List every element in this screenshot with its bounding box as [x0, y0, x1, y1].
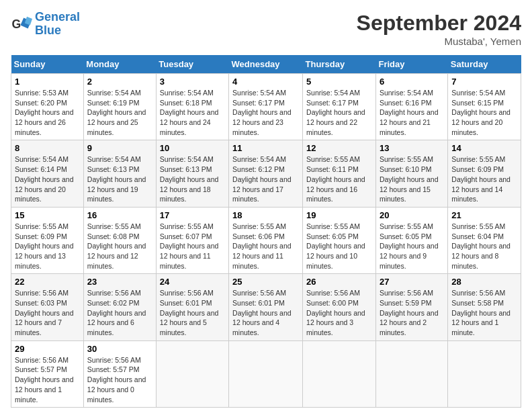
calendar-cell: [229, 340, 303, 407]
month-title: September 2024: [357, 11, 521, 36]
day-number: 20: [380, 210, 444, 220]
day-info: Sunrise: 5:56 AM Sunset: 5:57 PM Dayligh…: [15, 355, 80, 404]
day-info: Sunrise: 5:56 AM Sunset: 6:00 PM Dayligh…: [306, 288, 372, 337]
calendar-week-4: 22 Sunrise: 5:56 AM Sunset: 6:03 PM Dayl…: [11, 274, 521, 340]
calendar-cell: 7 Sunrise: 5:54 AM Sunset: 6:15 PM Dayli…: [448, 74, 521, 140]
logo: G General Blue: [11, 11, 80, 38]
calendar-cell: 24 Sunrise: 5:56 AM Sunset: 6:01 PM Dayl…: [156, 274, 228, 340]
header-sunday: Sunday: [11, 55, 84, 74]
calendar-table: SundayMondayTuesdayWednesdayThursdayFrid…: [11, 55, 521, 408]
header-tuesday: Tuesday: [156, 55, 228, 74]
day-info: Sunrise: 5:55 AM Sunset: 6:07 PM Dayligh…: [160, 222, 225, 271]
day-info: Sunrise: 5:56 AM Sunset: 6:01 PM Dayligh…: [232, 288, 299, 337]
day-info: Sunrise: 5:55 AM Sunset: 6:06 PM Dayligh…: [232, 222, 299, 271]
day-number: 2: [87, 77, 152, 87]
calendar-cell: 11 Sunrise: 5:54 AM Sunset: 6:12 PM Dayl…: [229, 140, 303, 207]
logo-line2: Blue: [35, 24, 61, 37]
day-info: Sunrise: 5:56 AM Sunset: 6:02 PM Dayligh…: [87, 288, 152, 337]
day-number: 12: [306, 143, 372, 153]
calendar-header-row: SundayMondayTuesdayWednesdayThursdayFrid…: [11, 55, 521, 74]
day-number: 11: [232, 143, 299, 153]
calendar-cell: 21 Sunrise: 5:55 AM Sunset: 6:04 PM Dayl…: [448, 207, 521, 273]
calendar-cell: 16 Sunrise: 5:55 AM Sunset: 6:08 PM Dayl…: [83, 207, 156, 273]
day-info: Sunrise: 5:56 AM Sunset: 5:58 PM Dayligh…: [451, 288, 517, 337]
calendar-cell: 26 Sunrise: 5:56 AM Sunset: 6:00 PM Dayl…: [303, 274, 376, 340]
calendar-cell: 15 Sunrise: 5:55 AM Sunset: 6:09 PM Dayl…: [11, 207, 84, 273]
calendar-cell: 18 Sunrise: 5:55 AM Sunset: 6:06 PM Dayl…: [229, 207, 303, 273]
calendar-cell: 28 Sunrise: 5:56 AM Sunset: 5:58 PM Dayl…: [448, 274, 521, 340]
header-thursday: Thursday: [303, 55, 376, 74]
header-saturday: Saturday: [448, 55, 521, 74]
day-number: 13: [380, 143, 444, 153]
day-number: 28: [451, 277, 517, 287]
day-info: Sunrise: 5:54 AM Sunset: 6:15 PM Dayligh…: [451, 88, 517, 137]
day-number: 5: [306, 77, 372, 87]
day-info: Sunrise: 5:56 AM Sunset: 5:59 PM Dayligh…: [380, 288, 444, 337]
day-number: 25: [232, 277, 299, 287]
day-info: Sunrise: 5:54 AM Sunset: 6:14 PM Dayligh…: [15, 154, 80, 203]
calendar-cell: 23 Sunrise: 5:56 AM Sunset: 6:02 PM Dayl…: [83, 274, 156, 340]
calendar-cell: 4 Sunrise: 5:54 AM Sunset: 6:17 PM Dayli…: [229, 74, 303, 140]
day-number: 22: [15, 277, 80, 287]
day-number: 10: [160, 143, 225, 153]
calendar-cell: 29 Sunrise: 5:56 AM Sunset: 5:57 PM Dayl…: [11, 340, 84, 407]
calendar-cell: 2 Sunrise: 5:54 AM Sunset: 6:19 PM Dayli…: [83, 74, 156, 140]
title-block: September 2024 Mustaba', Yemen: [357, 11, 521, 47]
day-info: Sunrise: 5:56 AM Sunset: 6:01 PM Dayligh…: [160, 288, 225, 337]
calendar-cell: 1 Sunrise: 5:53 AM Sunset: 6:20 PM Dayli…: [11, 74, 84, 140]
day-number: 26: [306, 277, 372, 287]
calendar-cell: [156, 340, 228, 407]
logo-text: General Blue: [35, 11, 80, 38]
page-header: G General Blue September 2024 Mustaba', …: [11, 11, 521, 47]
day-info: Sunrise: 5:54 AM Sunset: 6:13 PM Dayligh…: [87, 154, 152, 203]
header-wednesday: Wednesday: [229, 55, 303, 74]
day-number: 15: [15, 210, 80, 220]
day-info: Sunrise: 5:55 AM Sunset: 6:05 PM Dayligh…: [306, 222, 372, 271]
day-info: Sunrise: 5:55 AM Sunset: 6:09 PM Dayligh…: [15, 222, 80, 271]
calendar-cell: 9 Sunrise: 5:54 AM Sunset: 6:13 PM Dayli…: [83, 140, 156, 207]
day-number: 8: [15, 143, 80, 153]
day-number: 4: [232, 77, 299, 87]
calendar-cell: 14 Sunrise: 5:55 AM Sunset: 6:09 PM Dayl…: [448, 140, 521, 207]
logo-icon: G: [11, 13, 32, 35]
day-info: Sunrise: 5:53 AM Sunset: 6:20 PM Dayligh…: [15, 88, 80, 137]
day-info: Sunrise: 5:55 AM Sunset: 6:08 PM Dayligh…: [87, 222, 152, 271]
header-friday: Friday: [375, 55, 447, 74]
calendar-cell: 27 Sunrise: 5:56 AM Sunset: 5:59 PM Dayl…: [375, 274, 447, 340]
day-info: Sunrise: 5:56 AM Sunset: 5:57 PM Dayligh…: [87, 355, 152, 404]
logo-line1: General: [35, 10, 80, 24]
calendar-cell: 20 Sunrise: 5:55 AM Sunset: 6:05 PM Dayl…: [375, 207, 447, 273]
day-info: Sunrise: 5:54 AM Sunset: 6:12 PM Dayligh…: [232, 154, 299, 203]
calendar-cell: 3 Sunrise: 5:54 AM Sunset: 6:18 PM Dayli…: [156, 74, 228, 140]
calendar-cell: [375, 340, 447, 407]
location: Mustaba', Yemen: [357, 36, 521, 47]
day-info: Sunrise: 5:56 AM Sunset: 6:03 PM Dayligh…: [15, 288, 80, 337]
calendar-cell: [448, 340, 521, 407]
calendar-cell: 19 Sunrise: 5:55 AM Sunset: 6:05 PM Dayl…: [303, 207, 376, 273]
calendar-cell: 17 Sunrise: 5:55 AM Sunset: 6:07 PM Dayl…: [156, 207, 228, 273]
calendar-week-3: 15 Sunrise: 5:55 AM Sunset: 6:09 PM Dayl…: [11, 207, 521, 273]
day-number: 3: [160, 77, 225, 87]
day-number: 1: [15, 77, 80, 87]
calendar-week-2: 8 Sunrise: 5:54 AM Sunset: 6:14 PM Dayli…: [11, 140, 521, 207]
day-number: 17: [160, 210, 225, 220]
day-number: 27: [380, 277, 444, 287]
calendar-cell: [303, 340, 376, 407]
day-info: Sunrise: 5:54 AM Sunset: 6:17 PM Dayligh…: [232, 88, 299, 137]
day-number: 24: [160, 277, 225, 287]
day-info: Sunrise: 5:54 AM Sunset: 6:17 PM Dayligh…: [306, 88, 372, 137]
calendar-cell: 13 Sunrise: 5:55 AM Sunset: 6:10 PM Dayl…: [375, 140, 447, 207]
day-info: Sunrise: 5:55 AM Sunset: 6:04 PM Dayligh…: [451, 222, 517, 271]
day-number: 7: [451, 77, 517, 87]
day-number: 23: [87, 277, 152, 287]
day-number: 6: [380, 77, 444, 87]
calendar-cell: 30 Sunrise: 5:56 AM Sunset: 5:57 PM Dayl…: [83, 340, 156, 407]
calendar-cell: 6 Sunrise: 5:54 AM Sunset: 6:16 PM Dayli…: [375, 74, 447, 140]
day-info: Sunrise: 5:55 AM Sunset: 6:05 PM Dayligh…: [380, 222, 444, 271]
day-number: 16: [87, 210, 152, 220]
day-number: 9: [87, 143, 152, 153]
day-number: 18: [232, 210, 299, 220]
calendar-cell: 10 Sunrise: 5:54 AM Sunset: 6:13 PM Dayl…: [156, 140, 228, 207]
header-monday: Monday: [83, 55, 156, 74]
day-info: Sunrise: 5:54 AM Sunset: 6:16 PM Dayligh…: [380, 88, 444, 137]
